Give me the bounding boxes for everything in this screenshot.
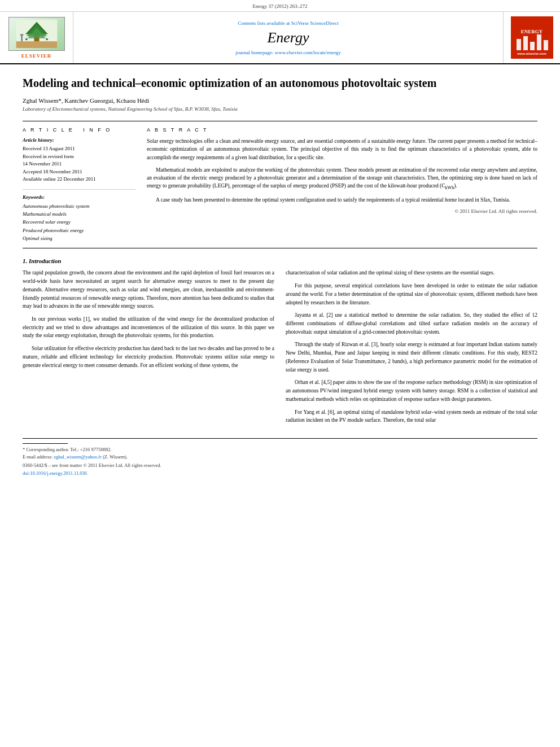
svg-point-7 bbox=[46, 38, 48, 40]
elsevier-tree-logo bbox=[8, 17, 65, 51]
right-p3: Jayanta et al. [2] use a statistical met… bbox=[286, 311, 537, 336]
abstract-p2-text: Mathematical models are exploited to ana… bbox=[147, 167, 537, 189]
doi-text[interactable]: doi:10.1016/j.energy.2011.11.036 bbox=[23, 470, 87, 476]
footer-divider bbox=[23, 443, 68, 444]
abstract-p2-end: ). bbox=[454, 183, 457, 189]
revised-label: Received in revised form bbox=[23, 153, 135, 161]
sciverse-pre-text: Contents lists available at bbox=[238, 20, 290, 26]
footnote-star-text: * Corresponding author. Tel.: +216 97750… bbox=[23, 447, 112, 452]
svg-rect-9 bbox=[20, 34, 23, 36]
elsevier-logo-section: ELSEVIER bbox=[0, 12, 73, 63]
abstract-panel: A B S T R A C T Solar energy technologie… bbox=[147, 127, 537, 242]
keywords-label: Keywords: bbox=[23, 194, 135, 200]
abstract-p3: A case study has been presented to deter… bbox=[147, 196, 537, 204]
homepage-text: journal homepage: www.elsevier.com/locat… bbox=[235, 50, 341, 55]
issn-line: 0360-5442/$ – see front matter © 2011 El… bbox=[23, 462, 537, 468]
right-p3-text: Jayanta et al. [2] use a statistical met… bbox=[286, 312, 537, 334]
abstract-p1: Solar energy technologies offer a clean … bbox=[147, 137, 537, 161]
energy-logo-section: ENERGY www.elsevier.com bbox=[504, 12, 560, 63]
svg-rect-15 bbox=[537, 34, 541, 50]
article-info-abstract-section: A R T I C L E I N F O Article history: R… bbox=[23, 121, 537, 248]
email-footnote: E-mail address: zghal_wissem@yahoo.fr (Z… bbox=[23, 453, 537, 461]
intro-p3: Solar utilization for effective electric… bbox=[23, 344, 274, 369]
right-p2: For this purpose, several empirical corr… bbox=[286, 282, 537, 307]
intro-p2-text: In our previous works [1], we studied th… bbox=[23, 316, 274, 338]
copyright-line: © 2011 Elsevier Ltd. All rights reserved… bbox=[147, 208, 537, 214]
article-content: Modeling and technical–economic optimiza… bbox=[0, 64, 560, 487]
intro-section: 1. Introduction The rapid population gro… bbox=[23, 257, 537, 429]
svg-text:www.elsevier.com: www.elsevier.com bbox=[517, 52, 546, 55]
journal-reference: Energy 37 (2012) 263–272 bbox=[0, 0, 560, 12]
body-right-text: characterization of solar radiation and … bbox=[286, 269, 537, 425]
elsevier-name-text: ELSEVIER bbox=[21, 53, 52, 59]
right-p1-text: characterization of solar radiation and … bbox=[286, 270, 495, 276]
accepted-date: Accepted 18 November 2011 bbox=[23, 168, 135, 176]
sciverse-link-text[interactable]: SciVerse ScienceDirect bbox=[291, 20, 339, 26]
keyword-2: Mathematical models bbox=[23, 210, 135, 218]
keyword-1: Autonomous photovoltaic system bbox=[23, 202, 135, 210]
abstract-text: Solar energy technologies offer a clean … bbox=[147, 137, 537, 204]
section-number: 1. bbox=[23, 257, 27, 264]
svg-rect-16 bbox=[544, 40, 548, 50]
article-affiliation: Laboratory of Electomechanical systems, … bbox=[23, 106, 537, 112]
article-footer: * Corresponding author. Tel.: +216 97750… bbox=[23, 438, 537, 477]
email-address[interactable]: zghal_wissem@yahoo.fr bbox=[54, 454, 102, 460]
footnote: * Corresponding author. Tel.: +216 97750… bbox=[23, 446, 537, 453]
doi-line: doi:10.1016/j.energy.2011.11.036 bbox=[23, 470, 537, 476]
keyword-5: Optimal sizing bbox=[23, 234, 135, 242]
svg-rect-14 bbox=[530, 42, 535, 50]
article-authors: Zghal Wissem*, Kantchev Gueorgui, Kchaou… bbox=[23, 97, 537, 104]
abstract-sub: kWh bbox=[445, 185, 454, 190]
body-columns: The rapid population growth, the concern… bbox=[23, 269, 537, 429]
intro-p2: In our previous works [1], we studied th… bbox=[23, 315, 274, 340]
issn-text: 0360-5442/$ – see front matter © 2011 El… bbox=[23, 462, 161, 468]
intro-section-title: 1. Introduction bbox=[23, 257, 537, 264]
svg-rect-1 bbox=[16, 41, 57, 48]
sciverse-link: Contents lists available at SciVerse Sci… bbox=[238, 20, 339, 26]
article-title: Modeling and technical–economic optimiza… bbox=[23, 76, 537, 90]
keyword-3: Recovered solar energy bbox=[23, 218, 135, 226]
svg-rect-12 bbox=[517, 39, 521, 50]
revised-date: 14 November 2011 bbox=[23, 160, 135, 168]
article-info-label: A R T I C L E I N F O bbox=[23, 127, 135, 133]
body-right-col: characterization of solar radiation and … bbox=[286, 269, 537, 429]
journal-center-section: Contents lists available at SciVerse Sci… bbox=[73, 12, 504, 63]
email-note: (Z. Wissem). bbox=[103, 454, 128, 460]
available-date: Available online 22 December 2011 bbox=[23, 176, 135, 184]
body-left-text: The rapid population growth, the concern… bbox=[23, 269, 274, 369]
right-p6: For Yang et al. [6], an optimal sizing o… bbox=[286, 408, 537, 425]
journal-header: ELSEVIER Contents lists available at Sci… bbox=[0, 12, 560, 64]
right-p4: Through the study of Rizwan et al. [3], … bbox=[286, 340, 537, 374]
keyword-4: Produced photovoltaic energy bbox=[23, 226, 135, 234]
keywords-list: Autonomous photovoltaic system Mathemati… bbox=[23, 202, 135, 243]
history-label: Article history: bbox=[23, 137, 135, 143]
svg-rect-13 bbox=[523, 36, 528, 50]
info-divider bbox=[23, 189, 135, 190]
intro-p3-text: Solar utilization for effective electric… bbox=[23, 346, 274, 368]
right-p1: characterization of solar radiation and … bbox=[286, 269, 537, 277]
intro-p1: The rapid population growth, the concern… bbox=[23, 269, 274, 311]
received-date: Received 13 August 2011 bbox=[23, 145, 135, 153]
authors-text: Zghal Wissem*, Kantchev Gueorgui, Kchaou… bbox=[23, 97, 149, 104]
body-left-col: The rapid population growth, the concern… bbox=[23, 269, 274, 429]
article-info-panel: A R T I C L E I N F O Article history: R… bbox=[23, 127, 135, 242]
abstract-p2: Mathematical models are exploited to ana… bbox=[147, 166, 537, 191]
section-title-text: Introduction bbox=[29, 257, 61, 264]
journal-homepage: journal homepage: www.elsevier.com/locat… bbox=[235, 50, 341, 55]
energy-journal-logo: ENERGY www.elsevier.com bbox=[511, 16, 553, 59]
right-p5: Orhan et al. [4,5] paper aims to show th… bbox=[286, 378, 537, 403]
svg-point-6 bbox=[25, 38, 28, 40]
svg-text:ENERGY: ENERGY bbox=[520, 29, 542, 34]
email-label: E-mail address: bbox=[23, 454, 53, 460]
abstract-label: A B S T R A C T bbox=[147, 127, 537, 133]
journal-ref-text: Energy 37 (2012) 263–272 bbox=[252, 3, 307, 9]
journal-title: Energy bbox=[267, 29, 309, 46]
